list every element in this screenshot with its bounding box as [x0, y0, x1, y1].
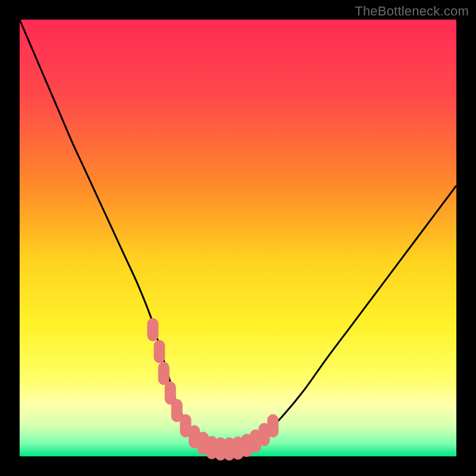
marker-group: [148, 318, 278, 460]
marker-point: [268, 415, 278, 437]
marker-point: [158, 362, 169, 385]
watermark-text: TheBottleneck.com: [355, 4, 469, 19]
outer-frame: TheBottleneck.com: [0, 0, 476, 476]
marker-point: [154, 340, 165, 363]
marker-point: [148, 318, 158, 341]
bottleneck-curve: [20, 20, 456, 450]
chart-svg: [20, 20, 456, 456]
plot-area: [20, 20, 456, 456]
